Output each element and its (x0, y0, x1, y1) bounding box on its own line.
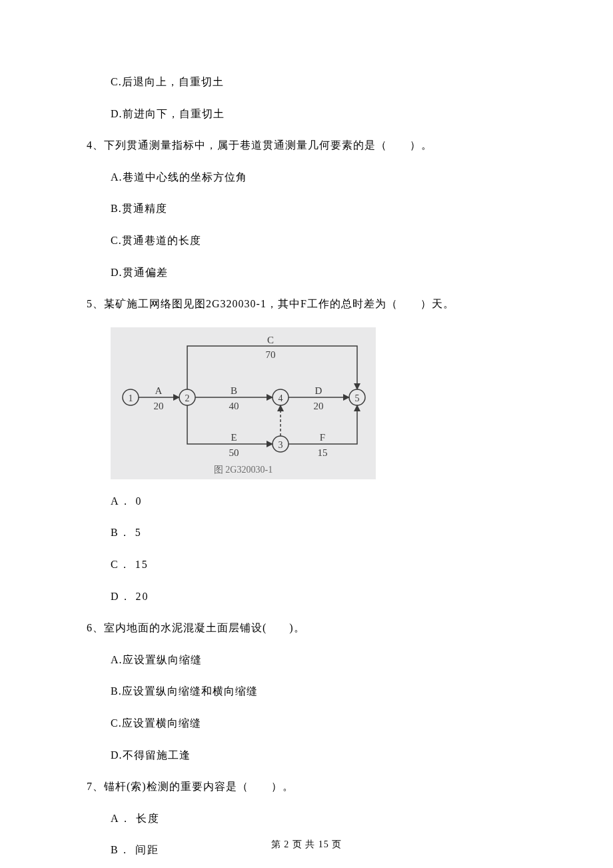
q5-option-a: A． 0 (87, 493, 526, 510)
q4-option-d: D.贯通偏差 (87, 264, 526, 281)
node-1-label: 1 (129, 393, 133, 403)
edge-e-label: E (231, 432, 237, 443)
q7-option-a: A． 长度 (87, 810, 526, 827)
q5-option-b: B． 5 (87, 524, 526, 541)
edge-c-label: C (267, 335, 274, 345)
diagram-bg (111, 327, 376, 479)
q5-option-d: D． 20 (87, 588, 526, 605)
page-content: C.后退向上，自重切土 D.前进向下，自重切土 4、下列贯通测量指标中，属于巷道… (0, 73, 613, 859)
page-footer: 第 2 页 共 15 页 (0, 837, 613, 852)
edge-e-value: 50 (229, 447, 239, 458)
node-3-label: 3 (279, 439, 283, 449)
q6-stem: 6、室内地面的水泥混凝土面层铺设( )。 (87, 619, 526, 637)
q6-option-c: C.应设置横向缩缝 (87, 715, 526, 732)
q6-option-b: B.应设置纵向缩缝和横向缩缝 (87, 683, 526, 700)
q6-option-a: A.应设置纵向缩缝 (87, 651, 526, 669)
q3-option-c: C.后退向上，自重切土 (87, 73, 526, 91)
q4-option-a: A.巷道中心线的坐标方位角 (87, 169, 526, 186)
edge-f-value: 15 (318, 447, 328, 458)
edge-c-value: 70 (266, 349, 276, 360)
edge-f-label: F (320, 432, 325, 443)
diagram-caption: 图 2G320030-1 (214, 465, 273, 475)
edge-b-label: B (231, 385, 237, 396)
q4-option-c: C.贯通巷道的长度 (87, 232, 526, 249)
network-diagram: C 70 A 20 B 40 D 20 E 50 F 15 (111, 327, 526, 481)
q3-option-d: D.前进向下，自重切土 (87, 105, 526, 123)
q4-stem: 4、下列贯通测量指标中，属于巷道贯通测量几何要素的是（ ）。 (87, 137, 526, 154)
node-2-label: 2 (185, 393, 190, 403)
q5-option-c: C． 15 (87, 556, 526, 573)
node-4-label: 4 (279, 393, 283, 403)
edge-a-label: A (155, 385, 163, 396)
q7-stem: 7、锚杆(索)检测的重要内容是（ ）。 (87, 778, 526, 795)
edge-d-label: D (315, 385, 322, 396)
edge-a-value: 20 (154, 401, 164, 411)
q5-stem: 5、某矿施工网络图见图2G320030-1，其中F工作的总时差为（ ）天。 (87, 295, 526, 313)
edge-d-value: 20 (314, 401, 324, 411)
q6-option-d: D.不得留施工逢 (87, 747, 526, 764)
node-5-label: 5 (355, 393, 360, 403)
edge-b-value: 40 (229, 401, 239, 411)
q4-option-b: B.贯通精度 (87, 200, 526, 217)
